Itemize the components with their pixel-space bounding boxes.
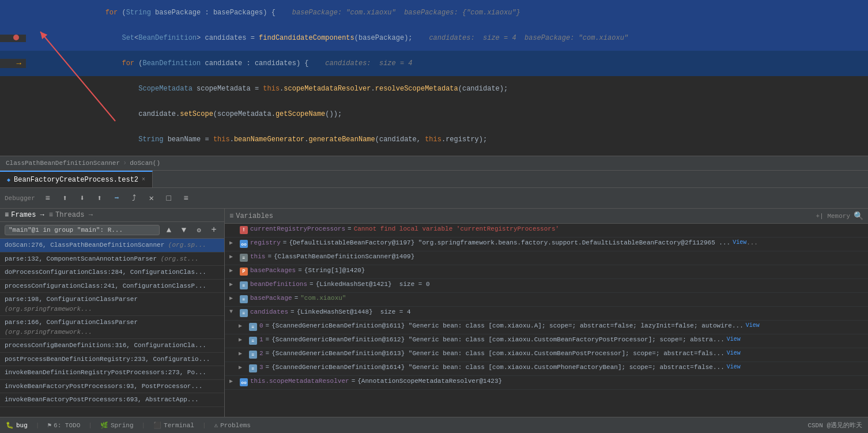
debug-step-into-btn[interactable]: ⤴ xyxy=(127,191,141,205)
variables-search-btn[interactable]: 🔍 xyxy=(854,211,863,221)
debug-stop-btn[interactable]: ⬆ xyxy=(93,191,107,205)
frame-item-0[interactable]: doScan:276, ClassPathBeanDefinitionScann… xyxy=(0,239,224,253)
status-todo[interactable]: ⚑ 6: TODO xyxy=(47,421,80,429)
var-value-c2: {ScannedGenericBeanDefinition@1613} "Gen… xyxy=(271,350,724,357)
var-expand-6[interactable]: ▼ xyxy=(229,308,239,315)
code-editor: for (String basePackage : basePackages) … xyxy=(0,0,868,156)
var-item-candidate-0[interactable]: ▶ ≡ 0 = {ScannedGenericBeanDefinition@16… xyxy=(225,321,868,334)
frame-pkg-1: (org.st... xyxy=(161,255,199,262)
debug-resume-btn[interactable]: ⬆ xyxy=(58,191,72,205)
var-value-3: {String[1]@1420} xyxy=(304,267,365,274)
var-expand-c2[interactable]: ▶ xyxy=(239,350,248,357)
code-content-1: for (String basePackage : basePackages) … xyxy=(26,1,868,25)
status-bug[interactable]: 🐛 bug xyxy=(6,421,28,429)
var-item-registry[interactable]: ▶ oo registry = {DefaultListableBeanFact… xyxy=(225,238,868,251)
var-value-4: {LinkedHashSet@1421} size = 0 xyxy=(316,281,430,288)
var-item-candidate-1[interactable]: ▶ ≡ 1 = {ScannedGenericBeanDefinition@16… xyxy=(225,334,868,348)
debug-rerun-btn[interactable]: ≡ xyxy=(41,191,55,205)
frame-item-1[interactable]: parse:132, ComponentScanAnnotationParser… xyxy=(0,253,224,266)
frames-down-btn[interactable]: ▼ xyxy=(178,224,190,236)
frames-list[interactable]: doScan:276, ClassPathBeanDefinitionScann… xyxy=(0,239,224,417)
var-item-scopeMetadataResolver[interactable]: ▶ oo this.scopeMetadataResolver = {Annot… xyxy=(225,376,868,390)
code-line-1: for (String basePackage : basePackages) … xyxy=(0,0,868,25)
var-expand-5[interactable]: ▶ xyxy=(229,295,239,302)
var-expand-c1[interactable]: ▶ xyxy=(239,336,248,343)
var-value-1: {DefaultListableBeanFactory@1197} "org.s… xyxy=(289,239,730,246)
spring-icon: 🌿 xyxy=(100,421,108,429)
var-equals-c1: = xyxy=(266,336,270,343)
var-link-c0[interactable]: View xyxy=(746,322,760,329)
var-name-c1: 1 xyxy=(259,336,263,343)
code-content-4: ScopeMetadata scopeMetadata = this.scope… xyxy=(26,77,868,101)
frames-tab[interactable]: ≡ Frames → xyxy=(5,211,44,219)
debug-step-over-btn[interactable]: ➡ xyxy=(110,191,124,205)
var-expand-smr[interactable]: ▶ xyxy=(229,378,239,385)
var-name-2: this xyxy=(250,253,265,260)
frame-item-6[interactable]: processConfigBeanDefinitions:316, Config… xyxy=(0,339,224,353)
var-item-candidate-2[interactable]: ▶ ≡ 2 = {ScannedGenericBeanDefinition@16… xyxy=(225,348,868,362)
var-expand-c0[interactable]: ▶ xyxy=(239,322,248,329)
var-item-beanDefinitions[interactable]: ▶ ≡ beanDefinitions = {LinkedHashSet@142… xyxy=(225,279,868,293)
code-content-7: if (candidate instanceof AbstractBeanDef… xyxy=(26,153,868,156)
status-terminal[interactable]: ⬛ Terminal xyxy=(153,421,194,429)
warning-icon: ⚠ xyxy=(214,421,218,429)
var-link-c3[interactable]: View xyxy=(727,364,741,370)
code-content-2: Set<BeanDefinition> candidates = findCan… xyxy=(26,26,868,50)
code-line-2: Set<BeanDefinition> candidates = findCan… xyxy=(0,25,868,51)
var-link-c2[interactable]: View xyxy=(727,350,741,356)
thread-dropdown[interactable]: "main"@1 in group "main": R... xyxy=(5,225,160,235)
var-expand-4[interactable]: ▶ xyxy=(229,281,239,288)
variables-icon: ≡ xyxy=(229,212,233,220)
frame-item-10[interactable]: invokeBeanFactoryPostProcessors:693, Abs… xyxy=(0,393,224,407)
debug-force-step-btn[interactable]: ✕ xyxy=(145,191,158,205)
variables-list[interactable]: ! currentRegistryProcessors = Cannot fin… xyxy=(225,224,868,417)
frames-up-btn[interactable]: ▲ xyxy=(163,224,175,236)
var-equals-0: = xyxy=(348,225,352,232)
var-name-c2: 2 xyxy=(259,350,263,357)
var-name-3: basePackages xyxy=(250,267,296,274)
frame-item-4[interactable]: parse:198, ConfigurationClassParser (org… xyxy=(0,293,224,316)
breadcrumb-class[interactable]: ClassPathBeanDefinitionScanner xyxy=(6,160,120,167)
tab-close-button[interactable]: × xyxy=(142,176,145,183)
var-icon-list-c2: ≡ xyxy=(249,351,257,359)
var-expand-2[interactable]: ▶ xyxy=(229,253,239,260)
var-link-1[interactable]: View xyxy=(733,239,746,246)
frame-item-9[interactable]: invokeBeanFactoryPostProcessors:93, Post… xyxy=(0,380,224,394)
var-equals-c0: = xyxy=(266,322,270,329)
debug-pause-btn[interactable]: ⬇ xyxy=(76,191,89,205)
frame-item-2[interactable]: doProcessConfigurationClass:284, Configu… xyxy=(0,266,224,280)
debug-toolbar: Debugger ≡ ⬆ ⬇ ⬆ ➡ ⤴ ✕ □ ≡ xyxy=(0,188,868,209)
var-expand-1[interactable]: ▶ xyxy=(229,239,239,246)
frame-item-7[interactable]: postProcessBeanDefinitionRegistry:233, C… xyxy=(0,353,224,367)
var-item-candidates[interactable]: ▼ ≡ candidates = {LinkedHashSet@1448} si… xyxy=(225,307,868,321)
frame-pkg-5: (org.springframework... xyxy=(5,329,92,336)
var-item-this[interactable]: ▶ ≡ this = {ClassPathBeanDefinitionScann… xyxy=(225,251,868,265)
frames-filter-btn[interactable]: ⚙ xyxy=(193,224,205,236)
variables-title: ≡ Variables xyxy=(229,212,273,220)
code-line-3: → for (BeanDefinition candidate : candid… xyxy=(0,51,868,76)
code-line-6: String beanName = this.beanNameGenerator… xyxy=(0,127,868,152)
status-sep-3: | xyxy=(141,422,145,429)
var-name-5: basePackage xyxy=(250,295,292,302)
var-ellipsis-1[interactable]: ... xyxy=(746,239,758,246)
var-expand-c3[interactable]: ▶ xyxy=(239,364,248,371)
var-item-basePackage[interactable]: ▶ ≡ basePackage = "com.xiaoxu" xyxy=(225,293,868,307)
active-tab[interactable]: ◆ BeanFactoryCreateProcess.test2 × xyxy=(0,171,153,187)
frame-location-3: processConfigurationClass:241, Configura… xyxy=(5,283,206,289)
var-item-basePackages[interactable]: ▶ P basePackages = {String[1]@1420} xyxy=(225,265,868,279)
breadcrumb-method[interactable]: doScan() xyxy=(130,160,160,167)
threads-tab[interactable]: ≡ Threads → xyxy=(49,211,93,219)
frame-item-5[interactable]: parse:166, ConfigurationClassParser (org… xyxy=(0,316,224,339)
var-link-c1[interactable]: View xyxy=(727,336,741,342)
frame-item-8[interactable]: invokeBeanDefinitionRegistryPostProcesso… xyxy=(0,366,224,380)
status-spring[interactable]: 🌿 Spring xyxy=(100,421,134,429)
var-item-currentRegistryProcessors[interactable]: ! currentRegistryProcessors = Cannot fin… xyxy=(225,224,868,238)
var-value-6: {LinkedHashSet@1448} size = 4 xyxy=(297,308,411,315)
debug-step-out-btn[interactable]: □ xyxy=(162,191,176,205)
status-problems[interactable]: ⚠ Problems xyxy=(214,421,251,429)
var-item-candidate-3[interactable]: ▶ ≡ 3 = {ScannedGenericBeanDefinition@16… xyxy=(225,362,868,376)
debug-run-to-cursor-btn[interactable]: ≡ xyxy=(179,191,193,205)
var-expand-3[interactable]: ▶ xyxy=(229,267,239,274)
frame-item-3[interactable]: processConfigurationClass:241, Configura… xyxy=(0,280,224,293)
frames-add-btn[interactable]: + xyxy=(208,224,220,236)
